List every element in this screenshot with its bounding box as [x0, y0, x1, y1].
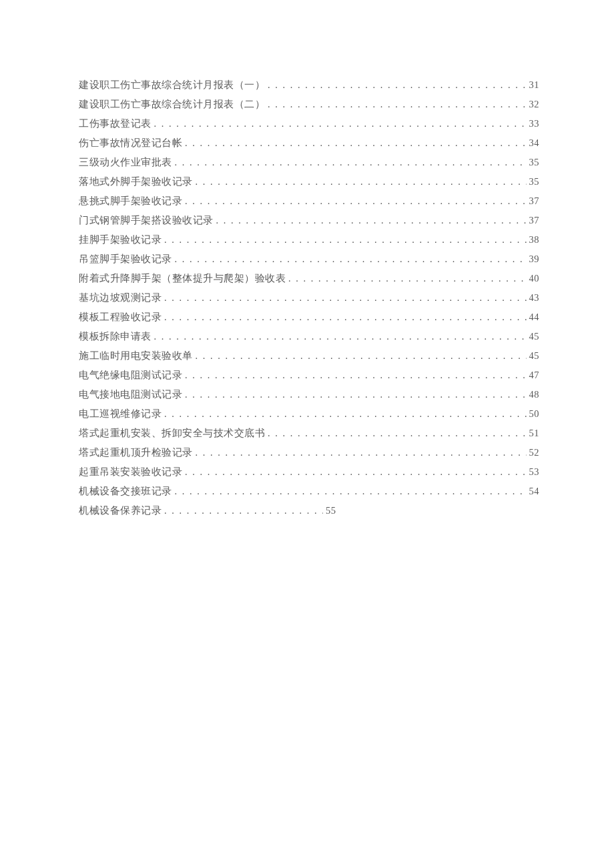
toc-leader-dots	[154, 118, 527, 129]
toc-entry: 挂脚手架验收记录38	[79, 234, 539, 246]
toc-page-number: 40	[529, 273, 540, 284]
toc-page-number: 47	[529, 370, 540, 381]
toc-leader-dots	[154, 331, 527, 342]
toc-leader-dots	[185, 466, 527, 478]
toc-page-number: 44	[529, 312, 540, 323]
toc-leader-dots	[164, 234, 527, 246]
toc-leader-dots	[268, 79, 527, 91]
toc-title: 电气接地电阻测试记录	[79, 388, 182, 401]
toc-page-number: 52	[529, 447, 540, 458]
toc-leader-dots	[268, 428, 527, 439]
toc-title: 附着式升降脚手架（整体提升与爬架）验收表	[79, 272, 286, 285]
toc-title: 机械设备保养记录	[79, 504, 162, 517]
toc-entry: 电气绝缘电阻测试记录47	[79, 369, 539, 382]
toc-title: 机械设备交接班记录	[79, 485, 172, 498]
toc-title: 吊篮脚手架验收记录	[79, 253, 172, 266]
toc-page-number: 53	[529, 466, 540, 478]
toc-page-number: 51	[529, 428, 540, 439]
toc-entry: 吊篮脚手架验收记录39	[79, 253, 539, 266]
toc-page-number: 55	[326, 505, 336, 516]
toc-page-number: 45	[529, 350, 540, 362]
toc-leader-dots	[175, 254, 527, 265]
toc-entry: 建设职工伤亡事故综合统计月报表（二）32	[79, 98, 539, 111]
toc-entry: 施工临时用电安装验收单45	[79, 350, 539, 362]
toc-leader-dots	[185, 389, 527, 400]
toc-page-number: 34	[529, 137, 540, 149]
toc-page-number: 32	[529, 99, 540, 110]
toc-page-number: 37	[529, 215, 540, 226]
toc-entry: 基坑边坡观测记录43	[79, 292, 539, 304]
toc-page-number: 35	[529, 157, 540, 168]
toc-title: 电工巡视维修记录	[79, 408, 162, 420]
toc-leader-dots	[164, 505, 323, 516]
toc-title: 工伤事故登记表	[79, 117, 151, 130]
toc-page-number: 50	[529, 408, 540, 420]
toc-title: 三级动火作业审批表	[79, 156, 172, 169]
toc-entry: 门式钢管脚手架搭设验收记录37	[79, 214, 539, 227]
toc-page-number: 35	[529, 176, 540, 187]
toc-title: 基坑边坡观测记录	[79, 292, 162, 304]
toc-entry: 附着式升降脚手架（整体提升与爬架）验收表40	[79, 272, 539, 285]
toc-page-number: 39	[529, 254, 540, 265]
toc-entry: 工伤事故登记表33	[79, 117, 539, 130]
toc-page-number: 38	[529, 234, 540, 246]
toc-leader-dots	[196, 447, 527, 458]
toc-title: 建设职工伤亡事故综合统计月报表（二）	[79, 98, 265, 111]
toc-page-number: 37	[529, 195, 540, 207]
toc-title: 施工临时用电安装验收单	[79, 350, 193, 362]
toc-title: 挂脚手架验收记录	[79, 234, 162, 246]
toc-title: 起重吊装安装验收记录	[79, 466, 182, 478]
toc-title: 门式钢管脚手架搭设验收记录	[79, 214, 214, 227]
toc-leader-dots	[164, 312, 527, 323]
toc-entry: 机械设备保养记录55	[79, 504, 539, 517]
toc-leader-dots	[288, 273, 527, 284]
toc-title: 塔式起重机安装、拆卸安全与技术交底书	[79, 427, 265, 440]
toc-title: 模板工程验收记录	[79, 311, 162, 324]
toc-leader-dots	[185, 370, 527, 381]
toc-page-number: 31	[529, 79, 540, 91]
toc-leader-dots	[175, 157, 527, 168]
toc-entry: 电气接地电阻测试记录48	[79, 388, 539, 401]
toc-entry: 模板工程验收记录44	[79, 311, 539, 324]
toc-entry: 落地式外脚手架验收记录35	[79, 175, 539, 188]
toc-title: 塔式起重机顶升检验记录	[79, 446, 193, 459]
toc-entry: 电工巡视维修记录50	[79, 408, 539, 420]
toc-leader-dots	[175, 486, 527, 497]
toc-page-number: 43	[529, 292, 540, 304]
toc-entry: 机械设备交接班记录54	[79, 485, 539, 498]
toc-leader-dots	[185, 137, 527, 149]
toc-entry: 塔式起重机顶升检验记录52	[79, 446, 539, 459]
toc-title: 建设职工伤亡事故综合统计月报表（一）	[79, 79, 265, 91]
toc-title: 模板拆除申请表	[79, 330, 151, 343]
toc-entry: 建设职工伤亡事故综合统计月报表（一）31	[79, 79, 539, 91]
toc-title: 落地式外脚手架验收记录	[79, 175, 193, 188]
toc-leader-dots	[164, 408, 527, 420]
toc-entry: 三级动火作业审批表35	[79, 156, 539, 169]
toc-entry: 起重吊装安装验收记录53	[79, 466, 539, 478]
toc-leader-dots	[185, 195, 527, 207]
toc-leader-dots	[268, 99, 527, 110]
toc-leader-dots	[196, 350, 527, 362]
table-of-contents: 建设职工伤亡事故综合统计月报表（一）31建设职工伤亡事故综合统计月报表（二）32…	[79, 79, 539, 517]
toc-leader-dots	[196, 176, 527, 187]
toc-leader-dots	[216, 215, 527, 226]
toc-entry: 塔式起重机安装、拆卸安全与技术交底书51	[79, 427, 539, 440]
toc-title: 电气绝缘电阻测试记录	[79, 369, 182, 382]
toc-page-number: 54	[529, 486, 540, 497]
toc-entry: 模板拆除申请表45	[79, 330, 539, 343]
toc-page-number: 48	[529, 389, 540, 400]
toc-page-number: 45	[529, 331, 540, 342]
toc-title: 悬挑式脚手架验收记录	[79, 195, 182, 207]
toc-page-number: 33	[529, 118, 540, 129]
toc-entry: 伤亡事故情况登记台帐34	[79, 137, 539, 149]
toc-entry: 悬挑式脚手架验收记录37	[79, 195, 539, 207]
toc-title: 伤亡事故情况登记台帐	[79, 137, 182, 149]
toc-leader-dots	[164, 292, 527, 304]
